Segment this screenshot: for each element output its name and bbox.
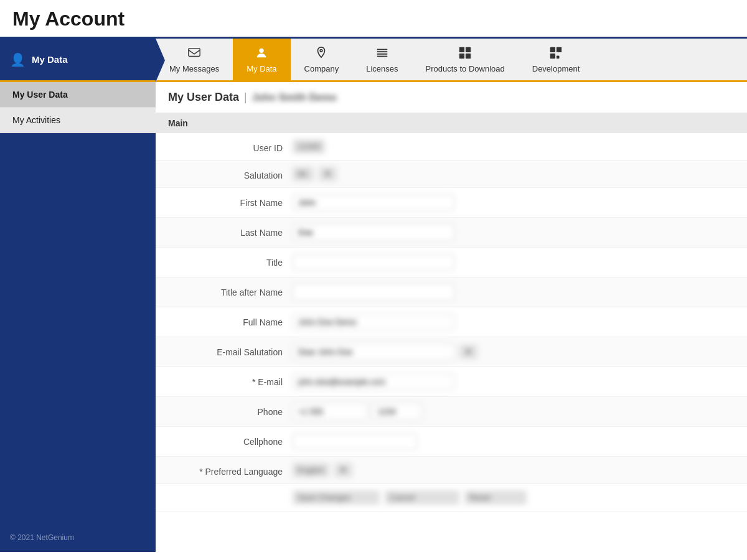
svg-rect-11 xyxy=(550,47,555,52)
preferred-language-arrow: ▼ xyxy=(334,463,352,477)
tab-my-data-label: My Data xyxy=(247,64,276,73)
value-salutation: Mr. ▼ xyxy=(293,167,735,181)
form-row-title: Title xyxy=(156,248,747,278)
form-container: User ID 12345 Salutation Mr. ▼ First Nam… xyxy=(156,133,747,511)
licenses-icon xyxy=(375,46,389,62)
label-cellphone: Cellphone xyxy=(168,433,293,447)
value-last-name xyxy=(293,224,735,241)
user-name-blurred: John Smith Demo xyxy=(252,92,337,103)
form-row-cellphone: Cellphone xyxy=(156,427,747,457)
value-first-name xyxy=(293,194,735,211)
tab-company-label: Company xyxy=(304,64,339,73)
tab-products-to-download[interactable]: Products to Download xyxy=(412,39,519,80)
tab-company[interactable]: Company xyxy=(291,39,353,80)
form-row-salutation: Salutation Mr. ▼ xyxy=(156,161,747,188)
title-input[interactable] xyxy=(293,254,454,271)
label-preferred-language: * Preferred Language xyxy=(168,463,293,477)
header-separator: | xyxy=(244,91,247,104)
svg-rect-12 xyxy=(557,47,561,52)
svg-rect-3 xyxy=(377,49,388,50)
person-tab-icon xyxy=(255,46,268,62)
form-row-email: * E-mail xyxy=(156,367,747,397)
development-icon xyxy=(549,46,563,62)
page-header: My Account xyxy=(0,0,747,39)
svg-rect-7 xyxy=(459,47,464,52)
extra-value-3: Reset xyxy=(464,490,527,505)
extra-value-2: Cancel xyxy=(385,490,459,505)
value-title-after-name xyxy=(293,284,735,301)
sidebar-item-my-user-data[interactable]: My User Data xyxy=(0,82,156,108)
form-row-last-name: Last Name xyxy=(156,218,747,248)
sidebar-nav-text: My Data xyxy=(32,54,68,65)
content-title: My User Data xyxy=(168,91,239,104)
svg-point-2 xyxy=(321,49,323,52)
label-title: Title xyxy=(168,254,293,268)
svg-rect-0 xyxy=(189,48,200,56)
value-preferred-language: English ▼ xyxy=(293,463,735,477)
copyright-text: © 2021 NetGenium xyxy=(10,533,74,542)
value-full-name xyxy=(293,314,735,330)
label-last-name: Last Name xyxy=(168,224,293,238)
phone-ext-input[interactable] xyxy=(372,403,422,420)
label-full-name: Full Name xyxy=(168,314,293,327)
page-title: My Account xyxy=(12,7,735,30)
tab-licenses-label: Licenses xyxy=(366,64,398,73)
salutation-select[interactable]: ▼ xyxy=(319,167,337,181)
form-row-full-name: Full Name xyxy=(156,307,747,337)
svg-rect-8 xyxy=(466,47,471,52)
form-row-email-salutation: E-mail Salutation ▼ xyxy=(156,337,747,367)
main-layout: My User Data My Activities © 2021 NetGen… xyxy=(0,82,747,552)
form-row-title-after-name: Title after Name xyxy=(156,278,747,307)
sidebar-copyright: © 2021 NetGenium xyxy=(0,523,156,552)
full-name-input[interactable] xyxy=(293,314,454,330)
label-salutation: Salutation xyxy=(168,167,293,180)
sidebar-item-my-activities[interactable]: My Activities xyxy=(0,108,156,133)
user-id-value: 12345 xyxy=(293,139,325,154)
last-name-input[interactable] xyxy=(293,224,454,241)
form-row-preferred-language: * Preferred Language English ▼ xyxy=(156,457,747,484)
value-user-id: 12345 xyxy=(293,139,735,154)
title-after-name-input[interactable] xyxy=(293,284,454,301)
salutation-text: Mr. xyxy=(293,167,314,181)
sidebar-nav-label: 👤 My Data xyxy=(0,39,156,80)
section-header: Main xyxy=(156,113,747,133)
svg-rect-4 xyxy=(377,51,388,52)
section-title: Main xyxy=(168,118,188,128)
form-row-user-id: User ID 12345 xyxy=(156,133,747,161)
label-email-salutation: E-mail Salutation xyxy=(168,343,293,357)
tab-my-messages[interactable]: My Messages xyxy=(156,39,233,80)
label-extra xyxy=(168,490,293,494)
svg-rect-13 xyxy=(550,53,555,58)
email-salutation-arrow: ▼ xyxy=(459,345,477,359)
form-row-first-name: First Name xyxy=(156,188,747,218)
first-name-input[interactable] xyxy=(293,194,454,211)
label-email: * E-mail xyxy=(168,373,293,387)
value-phone xyxy=(293,403,735,420)
messages-icon xyxy=(187,46,201,62)
tab-development-label: Development xyxy=(532,64,580,73)
tab-products-label: Products to Download xyxy=(426,64,505,73)
email-salutation-input[interactable] xyxy=(293,343,454,360)
company-icon xyxy=(314,46,328,62)
value-cellphone xyxy=(293,433,735,450)
sidebar-item-label: My User Data xyxy=(12,90,68,100)
tab-licenses[interactable]: Licenses xyxy=(352,39,411,80)
tab-my-data[interactable]: My Data xyxy=(233,39,290,80)
label-first-name: First Name xyxy=(168,194,293,208)
extra-value-1: Save Changes xyxy=(293,490,380,505)
svg-rect-6 xyxy=(377,55,388,57)
cellphone-input[interactable] xyxy=(293,433,417,450)
person-icon: 👤 xyxy=(10,52,26,67)
phone-input[interactable] xyxy=(293,403,367,420)
tab-development[interactable]: Development xyxy=(519,39,594,80)
svg-rect-14 xyxy=(557,55,560,58)
form-row-phone: Phone xyxy=(156,397,747,427)
value-extra: Save Changes Cancel Reset xyxy=(293,490,735,505)
main-content: My User Data | John Smith Demo Main User… xyxy=(156,82,747,552)
value-email-salutation: ▼ xyxy=(293,343,735,360)
svg-rect-9 xyxy=(459,53,464,58)
label-phone: Phone xyxy=(168,403,293,417)
label-title-after-name: Title after Name xyxy=(168,284,293,297)
svg-rect-5 xyxy=(377,53,388,54)
email-input[interactable] xyxy=(293,373,454,390)
